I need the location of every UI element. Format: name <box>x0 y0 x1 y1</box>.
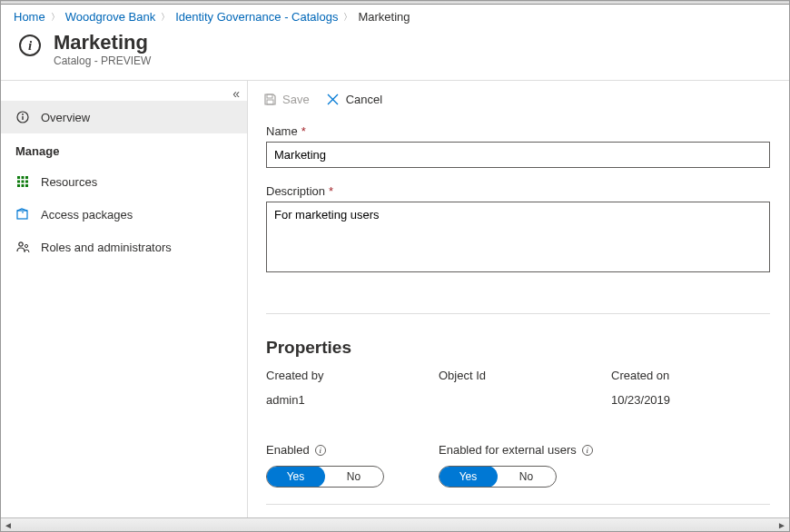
created-by-value: admin1 <box>266 393 439 407</box>
svg-rect-3 <box>17 176 20 179</box>
enabled-toggle[interactable]: Yes No <box>266 466 384 488</box>
toolbar: Save Cancel <box>248 81 789 112</box>
svg-rect-8 <box>25 181 28 183</box>
sidebar-item-label: Roles and administrators <box>41 241 172 254</box>
enabled-external-toggle[interactable]: Yes No <box>439 466 557 488</box>
package-icon <box>15 207 30 222</box>
sidebar-item-label: Access packages <box>41 208 133 222</box>
toggle-no[interactable]: No <box>497 467 556 487</box>
info-icon[interactable]: i <box>315 445 326 456</box>
toggle-yes[interactable]: Yes <box>439 466 498 488</box>
horizontal-scrollbar[interactable]: ◄ ► <box>1 517 789 531</box>
svg-rect-5 <box>25 176 28 179</box>
collapse-sidebar-icon[interactable]: « <box>232 86 240 101</box>
created-on-value: 10/23/2019 <box>611 393 770 407</box>
scroll-right-icon[interactable]: ► <box>775 520 789 530</box>
save-icon <box>262 92 277 106</box>
svg-rect-17 <box>267 100 273 104</box>
created-on-label: Created on <box>611 369 770 382</box>
info-icon: i <box>19 34 41 56</box>
close-icon <box>326 92 341 106</box>
svg-rect-4 <box>22 176 25 179</box>
description-input[interactable] <box>266 202 770 272</box>
cancel-label: Cancel <box>346 93 382 106</box>
svg-point-14 <box>18 241 22 245</box>
object-id-label: Object Id <box>439 369 611 382</box>
page-subtitle: Catalog - PREVIEW <box>54 54 151 67</box>
svg-rect-10 <box>22 184 25 187</box>
svg-point-1 <box>22 113 24 115</box>
sidebar-item-roles-admins[interactable]: Roles and administrators <box>1 231 247 263</box>
save-button: Save <box>262 92 310 106</box>
name-label: Name* <box>266 124 771 138</box>
sidebar-item-access-packages[interactable]: Access packages <box>1 198 247 231</box>
info-icon <box>15 110 30 124</box>
sidebar: « Overview Manage Resources Access packa… <box>1 81 248 517</box>
svg-rect-2 <box>22 116 23 120</box>
main-content: Save Cancel Name* Description* Propertie… <box>248 81 789 517</box>
created-by-label: Created by <box>266 369 439 382</box>
toggle-no[interactable]: No <box>324 467 383 487</box>
info-icon[interactable]: i <box>582 445 593 456</box>
sidebar-item-resources[interactable]: Resources <box>1 165 247 198</box>
name-input[interactable] <box>266 142 770 168</box>
save-label: Save <box>282 93 310 106</box>
divider <box>266 504 770 505</box>
svg-rect-11 <box>25 184 28 187</box>
svg-rect-12 <box>17 211 27 219</box>
chevron-right-icon: 〉 <box>51 11 60 24</box>
scroll-left-icon[interactable]: ◄ <box>1 520 15 530</box>
page-header: i Marketing Catalog - PREVIEW <box>1 24 789 81</box>
breadcrumb-org[interactable]: Woodgrove Bank <box>65 10 156 24</box>
description-label: Description* <box>266 184 771 198</box>
sidebar-item-overview[interactable]: Overview <box>1 101 247 133</box>
properties-heading: Properties <box>266 338 771 358</box>
cancel-button[interactable]: Cancel <box>326 92 382 106</box>
chevron-right-icon: 〉 <box>161 11 170 24</box>
enabled-label: Enabled i <box>266 443 439 457</box>
breadcrumb: Home 〉 Woodgrove Bank 〉 Identity Governa… <box>1 5 789 24</box>
svg-rect-6 <box>17 181 20 183</box>
toggle-yes[interactable]: Yes <box>266 466 325 488</box>
breadcrumb-home[interactable]: Home <box>14 10 45 24</box>
svg-rect-7 <box>22 181 25 183</box>
grid-icon <box>15 174 30 189</box>
divider <box>266 313 770 314</box>
people-icon <box>15 240 30 254</box>
svg-rect-9 <box>17 184 20 187</box>
sidebar-item-label: Overview <box>41 111 90 124</box>
object-id-value <box>439 393 611 407</box>
chevron-right-icon: 〉 <box>343 11 352 24</box>
breadcrumb-current: Marketing <box>358 10 410 24</box>
sidebar-item-label: Resources <box>41 175 97 189</box>
sidebar-group-manage: Manage <box>1 133 247 165</box>
svg-point-15 <box>25 244 27 247</box>
breadcrumb-section[interactable]: Identity Governance - Catalogs <box>175 10 338 24</box>
enabled-external-label: Enabled for external users i <box>439 443 666 457</box>
page-title: Marketing <box>54 31 151 54</box>
